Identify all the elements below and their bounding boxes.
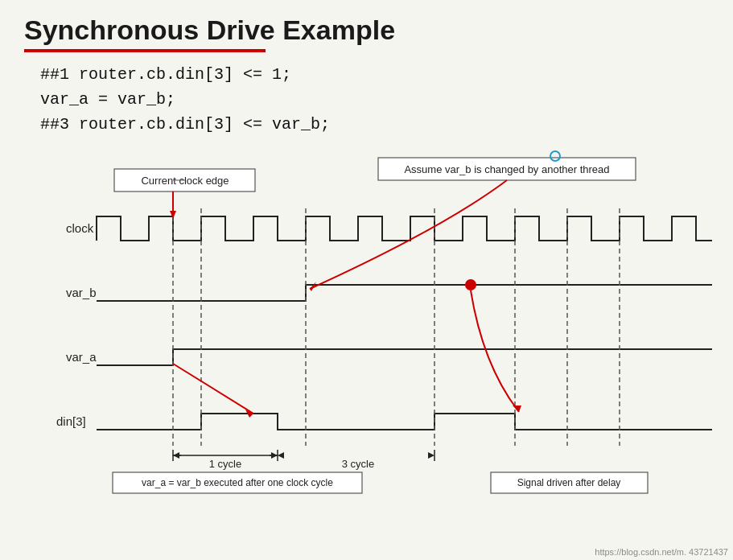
code-line-1: ##1 router.cb.din[3] <= 1; [40,62,709,87]
vara-label: var_a [66,350,97,364]
varb-change-dot [465,279,476,290]
assume-varb-label: Assume var_b is changed by another threa… [404,163,609,175]
arrow-varb-curve [310,180,507,289]
c3-right-head [428,452,434,459]
page-title: Synchronous Drive Example [24,14,709,46]
cycle1-label: 1 cycle [209,458,241,470]
arrow-din3-head [513,406,521,412]
watermark: https://blog.csdn.net/m. 43721437 [595,547,728,557]
code-line-2: var_a = var_b; [40,87,709,112]
timing-diagram: clock var_b var_a din[3] Current cloc [24,148,716,486]
arrow-vara-din [173,364,253,414]
clock-label: clock [66,221,94,235]
arrow-clock-head [170,211,176,219]
diagram-area: clock var_b var_a din[3] Current cloc [24,148,716,486]
din3-label: din[3] [56,414,86,428]
c1-right-head [271,452,278,459]
c1-left-head [173,452,179,459]
annotation2-label: Signal driven after delay [517,477,621,488]
varb-label: var_b [66,286,97,299]
page-container: Synchronous Drive Example ##1 router.cb.… [0,0,733,560]
c3-left-head [278,452,284,459]
cycle3-label: 3 cycle [342,458,374,470]
code-block: ##1 router.cb.din[3] <= 1; var_a = var_b… [24,62,709,137]
code-line-3: ##3 router.cb.din[3] <= var_b; [40,112,709,137]
title-underline [24,49,266,52]
arrow-din3-curve [471,290,519,412]
annotation1-label: var_a = var_b executed after one clock c… [142,477,333,488]
